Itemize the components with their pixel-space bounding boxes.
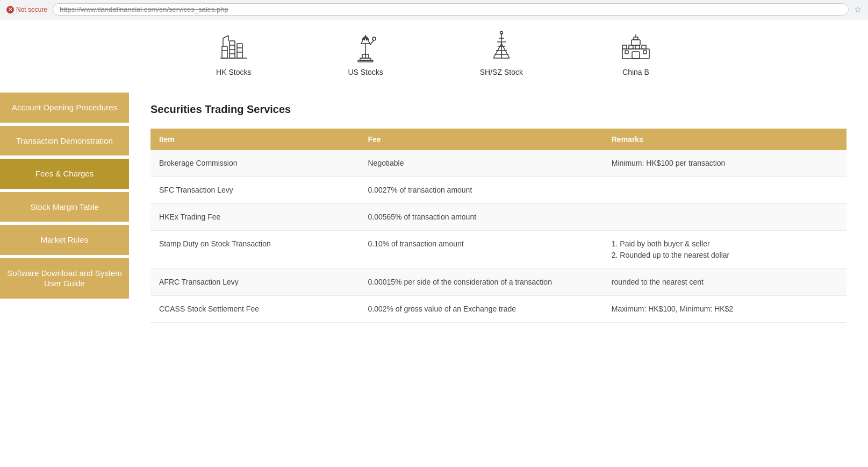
sidebar-item-stock-margin[interactable]: Stock Margin Table xyxy=(0,192,129,223)
browser-bar: ✕ Not secure https://www.tiandafinancial… xyxy=(0,0,868,19)
sidebar-item-transaction-demo[interactable]: Transaction Demonstration xyxy=(0,126,129,157)
table-cell-remarks: Minimum: HK$100 per transaction xyxy=(603,150,847,177)
shsz-stocks-item[interactable]: SH/SZ Stock xyxy=(480,30,523,76)
table-cell-item: Stamp Duty on Stock Transaction xyxy=(150,231,360,269)
services-table: Item Fee Remarks Brokerage CommissionNeg… xyxy=(150,129,847,323)
sidebar-item-account-opening[interactable]: Account Opening Procedures xyxy=(0,93,129,124)
svg-rect-37 xyxy=(643,51,647,54)
svg-rect-19 xyxy=(358,60,373,62)
svg-rect-38 xyxy=(632,40,640,45)
table-cell-fee: 0.10% of transaction amount xyxy=(360,231,603,269)
shsz-stocks-label: SH/SZ Stock xyxy=(480,68,523,76)
hk-stocks-item[interactable]: HK Stocks xyxy=(216,30,251,76)
table-cell-item: AFRC Transaction Levy xyxy=(150,269,360,296)
page-wrapper: HK Stocks US Stocks xyxy=(0,19,868,467)
bookmark-icon[interactable]: ☆ xyxy=(854,4,862,15)
us-stocks-item[interactable]: US Stocks xyxy=(348,30,383,76)
url-bar[interactable]: https://www.tiandafinancial.com/en/servi… xyxy=(53,3,849,16)
svg-line-5 xyxy=(223,36,228,38)
svg-rect-0 xyxy=(222,46,227,58)
table-body: Brokerage CommissionNegotiableMinimum: H… xyxy=(150,150,847,323)
table-cell-fee: 0.0027% of transaction amount xyxy=(360,177,603,204)
content-area: Securities Trading Services Item Fee Rem… xyxy=(129,93,868,467)
sidebar-item-market-rules[interactable]: Market Rules xyxy=(0,225,129,256)
chinab-stocks-label: China B xyxy=(622,68,649,76)
table-cell-item: Brokerage Commission xyxy=(150,150,360,177)
svg-rect-33 xyxy=(635,45,640,49)
table-header: Item Fee Remarks xyxy=(150,129,847,150)
sidebar-item-fees-charges[interactable]: Fees & Charges xyxy=(0,159,129,190)
svg-rect-31 xyxy=(622,45,627,49)
not-secure-label: Not secure xyxy=(16,6,47,13)
chinab-stocks-icon xyxy=(620,30,652,62)
svg-rect-34 xyxy=(642,45,646,49)
us-stocks-icon xyxy=(349,30,382,62)
main-content: Account Opening Procedures Transaction D… xyxy=(0,93,868,467)
svg-rect-32 xyxy=(629,45,633,49)
hk-stocks-label: HK Stocks xyxy=(216,68,251,76)
table-cell-fee: Negotiable xyxy=(360,150,603,177)
svg-rect-36 xyxy=(625,51,628,54)
table-row: Brokerage CommissionNegotiableMinimum: H… xyxy=(150,150,847,177)
table-cell-remarks xyxy=(603,204,847,231)
table-row: HKEx Trading Fee0.00565% of transaction … xyxy=(150,204,847,231)
svg-rect-2 xyxy=(237,44,242,58)
col-header-fee: Fee xyxy=(360,129,603,150)
sidebar-item-software-download[interactable]: Software Download and System User Guide xyxy=(0,258,129,300)
table-cell-item: CCASS Stock Settlement Fee xyxy=(150,296,360,323)
not-secure-indicator: ✕ Not secure xyxy=(6,6,47,13)
stock-icons-row: HK Stocks US Stocks xyxy=(0,19,868,93)
svg-rect-39 xyxy=(634,37,638,40)
us-stocks-label: US Stocks xyxy=(348,68,383,76)
table-row: Stamp Duty on Stock Transaction0.10% of … xyxy=(150,231,847,269)
table-cell-remarks: rounded to the nearest cent xyxy=(603,269,847,296)
table-cell-item: HKEx Trading Fee xyxy=(150,204,360,231)
table-row: AFRC Transaction Levy0.00015% per side o… xyxy=(150,269,847,296)
table-cell-fee: 0.002% of gross value of an Exchange tra… xyxy=(360,296,603,323)
table-cell-item: SFC Transaction Levy xyxy=(150,177,360,204)
not-secure-icon: ✕ xyxy=(6,6,14,13)
table-cell-remarks: 1. Paid by both buyer & seller2. Rounded… xyxy=(603,231,847,269)
table-row: SFC Transaction Levy0.0027% of transacti… xyxy=(150,177,847,204)
url-text: https://www.tiandafinancial.com/en/servi… xyxy=(60,5,228,13)
col-header-item: Item xyxy=(150,129,360,150)
svg-rect-35 xyxy=(632,52,640,59)
table-row: CCASS Stock Settlement Fee0.002% of gros… xyxy=(150,296,847,323)
chinab-stocks-item[interactable]: China B xyxy=(620,30,652,76)
table-cell-remarks: Maximum: HK$100, Minimum: HK$2 xyxy=(603,296,847,323)
col-header-remarks: Remarks xyxy=(603,129,847,150)
sidebar: Account Opening Procedures Transaction D… xyxy=(0,93,129,467)
table-cell-fee: 0.00565% of transaction amount xyxy=(360,204,603,231)
hk-stocks-icon xyxy=(218,30,250,62)
table-cell-fee: 0.00015% per side of the consideration o… xyxy=(360,269,603,296)
shsz-stocks-icon xyxy=(485,30,518,62)
table-header-row: Item Fee Remarks xyxy=(150,129,847,150)
table-cell-remarks xyxy=(603,177,847,204)
section-title: Securities Trading Services xyxy=(150,103,847,116)
